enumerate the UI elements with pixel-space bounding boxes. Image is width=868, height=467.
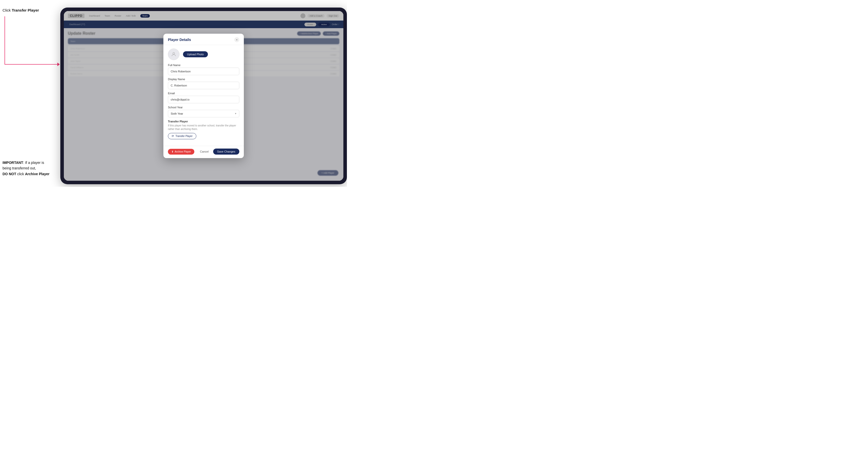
school-year-label: School Year bbox=[168, 106, 239, 109]
important-label: IMPORTANT bbox=[2, 161, 23, 165]
avatar-placeholder bbox=[168, 49, 180, 60]
school-year-wrapper: First Year Second Year Third Year Fourth… bbox=[168, 110, 239, 117]
archive-btn-label: Archive Player bbox=[175, 150, 191, 153]
transfer-player-section: Transfer Player If this player has moved… bbox=[168, 120, 239, 139]
full-name-input[interactable] bbox=[168, 68, 239, 75]
modal-close-button[interactable]: × bbox=[234, 37, 239, 42]
display-name-label: Display Name bbox=[168, 78, 239, 81]
transfer-section-description: If this player has moved to another scho… bbox=[168, 124, 239, 131]
svg-point-0 bbox=[173, 53, 175, 54]
instruction-prefix: Click bbox=[2, 8, 12, 12]
transfer-btn-label: Transfer Player bbox=[176, 135, 192, 137]
instruction-rest2: click bbox=[16, 172, 25, 176]
email-input[interactable] bbox=[168, 96, 239, 103]
upload-photo-button[interactable]: Upload Photo bbox=[183, 51, 208, 57]
app-screen: CLIPPD Dashboard Team Roster Add / Edit … bbox=[64, 11, 343, 181]
arrow-horizontal bbox=[4, 64, 59, 65]
instruction-bottom: IMPORTANT: If a player is being transfer… bbox=[2, 160, 53, 177]
email-label: Email bbox=[168, 92, 239, 95]
cancel-button[interactable]: Cancel bbox=[197, 149, 211, 155]
archive-warning-label: Archive Player bbox=[25, 172, 49, 176]
full-name-label: Full Name bbox=[168, 64, 239, 67]
modal-overlay: Player Details × bbox=[64, 11, 343, 181]
instruction-top: Click Transfer Player bbox=[2, 7, 39, 13]
tablet-screen: CLIPPD Dashboard Team Roster Add / Edit … bbox=[64, 11, 343, 181]
email-group: Email bbox=[168, 92, 239, 103]
transfer-player-button[interactable]: ⟳ Transfer Player bbox=[168, 133, 196, 139]
modal-title: Player Details bbox=[168, 38, 191, 42]
arrow-head bbox=[57, 63, 60, 66]
modal-footer: ⬆ Archive Player Cancel Save Changes bbox=[163, 146, 244, 158]
modal-header: Player Details × bbox=[163, 34, 244, 45]
instruction-bold: Transfer Player bbox=[12, 8, 39, 12]
tablet-device: CLIPPD Dashboard Team Roster Add / Edit … bbox=[60, 7, 347, 184]
full-name-group: Full Name bbox=[168, 64, 239, 75]
school-year-select[interactable]: First Year Second Year Third Year Fourth… bbox=[168, 110, 239, 117]
player-details-modal: Player Details × bbox=[163, 34, 244, 158]
transfer-icon: ⟳ bbox=[172, 134, 174, 138]
archive-icon: ⬆ bbox=[172, 150, 174, 153]
modal-body: Upload Photo Full Name Display Name bbox=[163, 45, 244, 146]
do-not-label: DO NOT bbox=[2, 172, 16, 176]
archive-player-button[interactable]: ⬆ Archive Player bbox=[168, 149, 194, 155]
save-changes-button[interactable]: Save Changes bbox=[213, 149, 239, 155]
photo-upload-row: Upload Photo bbox=[168, 49, 239, 60]
display-name-group: Display Name bbox=[168, 78, 239, 89]
arrow-vertical bbox=[4, 16, 5, 64]
transfer-section-label: Transfer Player bbox=[168, 120, 239, 123]
display-name-input[interactable] bbox=[168, 82, 239, 89]
school-year-group: School Year First Year Second Year Third… bbox=[168, 106, 239, 117]
